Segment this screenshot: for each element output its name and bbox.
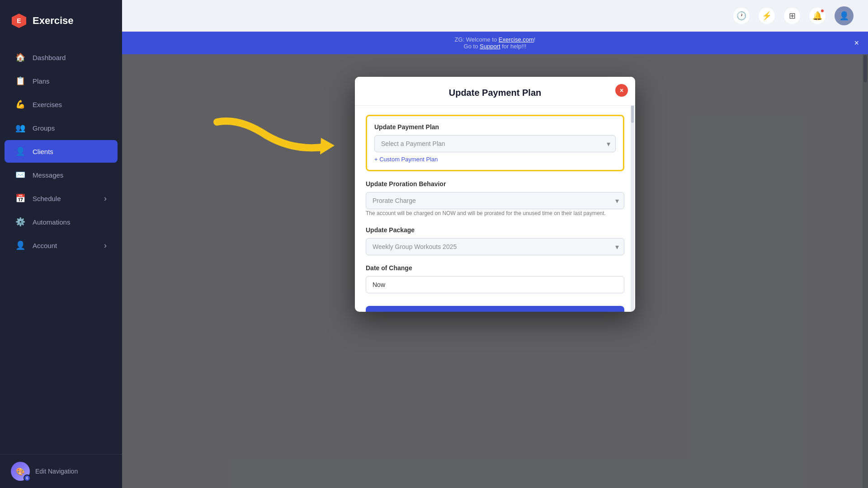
proration-select-wrapper: Prorate Charge — [366, 192, 624, 209]
proration-section: Update Proration Behavior Prorate Charge… — [366, 180, 624, 217]
schedule-icon: 📅 — [15, 193, 25, 203]
bell-icon[interactable]: 🔔 — [809, 8, 826, 24]
date-section-label: Date of Change — [366, 264, 624, 272]
sidebar-item-label: Plans — [33, 77, 50, 85]
banner-suffix: ! — [534, 36, 536, 43]
account-icon: 👤 — [15, 240, 25, 250]
plans-icon: 📋 — [15, 76, 25, 86]
sidebar: E Exercise 🏠 Dashboard 📋 Plans 💪 Exercis… — [0, 0, 122, 488]
sidebar-item-label: Dashboard — [33, 54, 66, 61]
banner-close-button[interactable]: × — [854, 38, 859, 48]
update-payment-plan-modal: Update Payment Plan × Update Payment Pla… — [355, 77, 635, 312]
user-avatar[interactable]: 👤 — [835, 6, 854, 25]
sidebar-item-label: Exercises — [33, 101, 62, 108]
sidebar-item-label: Schedule — [33, 195, 61, 202]
payment-plan-section-label: Update Payment Plan — [374, 123, 616, 131]
package-select[interactable]: Weekly Group Workouts 2025 — [366, 238, 624, 255]
proration-description: The account will be charged on NOW and w… — [366, 209, 624, 217]
sidebar-item-exercises[interactable]: 💪 Exercises — [5, 93, 118, 116]
avatar[interactable]: 🎨 6 — [11, 462, 30, 481]
banner-link[interactable]: Exercise.com — [499, 36, 534, 43]
update-payment-plan-button[interactable]: Update Payment Plan — [366, 306, 624, 312]
page-content: Update Payment Plan × Update Payment Pla… — [122, 54, 868, 488]
package-select-wrapper: Weekly Group Workouts 2025 — [366, 238, 624, 255]
banner-line2: Go to Support for help!!! — [137, 43, 854, 50]
info-banner: ZG: Welcome to Exercise.com! Go to Suppo… — [122, 32, 868, 54]
date-section: Date of Change — [366, 264, 624, 293]
sidebar-bottom: 🎨 6 Edit Navigation — [0, 454, 122, 488]
svg-text:E: E — [17, 17, 21, 24]
date-of-change-input[interactable] — [366, 276, 624, 293]
automations-icon: ⚙️ — [15, 217, 25, 227]
payment-plan-select-wrapper: Select a Payment Plan — [374, 135, 616, 152]
proration-section-label: Update Proration Behavior — [366, 180, 624, 188]
dashboard-icon: 🏠 — [15, 52, 25, 62]
sidebar-item-label: Clients — [33, 148, 53, 155]
sidebar-item-automations[interactable]: ⚙️ Automations — [5, 211, 118, 233]
messages-icon: ✉️ — [15, 170, 25, 180]
sidebar-logo: E Exercise — [0, 0, 122, 42]
app-name: Exercise — [33, 15, 74, 27]
sidebar-item-label: Account — [33, 242, 57, 249]
svg-marker-2 — [320, 138, 335, 155]
package-section: Update Package Weekly Group Workouts 202… — [366, 226, 624, 255]
notification-badge: 6 — [24, 474, 31, 482]
custom-plan-link-text: + Custom Payment Plan — [374, 156, 438, 163]
clients-icon: 👤 — [15, 146, 25, 156]
topbar: 🕐 ⚡ ⊞ 🔔 👤 — [122, 0, 868, 32]
sidebar-navigation: 🏠 Dashboard 📋 Plans 💪 Exercises 👥 Groups… — [0, 42, 122, 454]
notification-dot — [820, 9, 825, 13]
sidebar-item-clients[interactable]: 👤 Clients — [5, 140, 118, 163]
groups-icon: 👥 — [15, 123, 25, 133]
modal-scrollbar-thumb — [631, 105, 634, 123]
banner-line2-suffix: for help!!! — [500, 43, 527, 50]
banner-line1: ZG: Welcome to Exercise.com! — [137, 36, 854, 43]
banner-line2-prefix: Go to — [464, 43, 480, 50]
modal-title: Update Payment Plan — [449, 88, 542, 98]
modal-close-button[interactable]: × — [615, 84, 628, 97]
proration-select[interactable]: Prorate Charge — [366, 192, 624, 209]
banner-support-link[interactable]: Support — [480, 43, 500, 50]
sidebar-item-plans[interactable]: 📋 Plans — [5, 70, 118, 92]
sidebar-item-schedule[interactable]: 📅 Schedule — [5, 187, 118, 210]
sidebar-item-messages[interactable]: ✉️ Messages — [5, 164, 118, 186]
modal-overlay[interactable]: Update Payment Plan × Update Payment Pla… — [122, 54, 868, 488]
sidebar-item-dashboard[interactable]: 🏠 Dashboard — [5, 46, 118, 69]
bolt-icon[interactable]: ⚡ — [759, 8, 775, 24]
package-section-label: Update Package — [366, 226, 624, 234]
sidebar-item-label: Messages — [33, 171, 63, 179]
custom-plan-link[interactable]: + Custom Payment Plan — [374, 156, 616, 163]
modal-scrollbar[interactable] — [631, 104, 634, 312]
close-icon: × — [620, 87, 623, 94]
sidebar-item-label: Groups — [33, 124, 55, 132]
modal-body: Update Payment Plan Select a Payment Pla… — [355, 106, 635, 312]
modal-header: Update Payment Plan × — [355, 77, 635, 106]
payment-plan-section: Update Payment Plan Select a Payment Pla… — [366, 115, 624, 171]
exercise-logo-icon: E — [11, 13, 27, 29]
sidebar-item-groups[interactable]: 👥 Groups — [5, 117, 118, 139]
edit-navigation-label[interactable]: Edit Navigation — [35, 468, 78, 475]
grid-icon[interactable]: ⊞ — [784, 8, 800, 24]
sidebar-item-label: Automations — [33, 218, 70, 226]
main-content: 🕐 ⚡ ⊞ 🔔 👤 ZG: Welcome to Exercise.com! G… — [122, 0, 868, 488]
clock-icon[interactable]: 🕐 — [733, 8, 750, 24]
exercises-icon: 💪 — [15, 99, 25, 109]
payment-plan-select[interactable]: Select a Payment Plan — [374, 135, 616, 152]
sidebar-item-account[interactable]: 👤 Account — [5, 234, 118, 257]
banner-prefix: ZG: Welcome to — [455, 36, 499, 43]
arrow-annotation — [203, 113, 357, 169]
